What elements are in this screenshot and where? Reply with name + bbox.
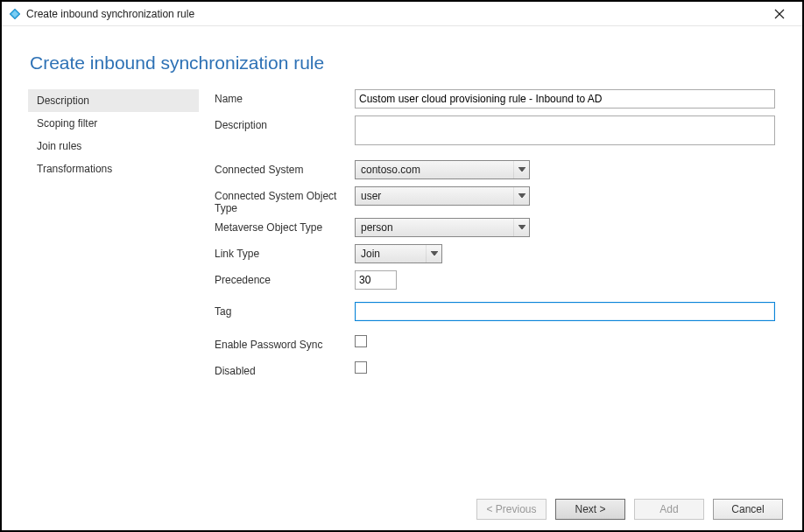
add-button[interactable]: Add	[634, 499, 704, 520]
cancel-button[interactable]: Cancel	[713, 499, 783, 520]
sidebar-item-transformations[interactable]: Transformations	[28, 158, 199, 180]
window-close-button[interactable]	[762, 3, 797, 25]
label-description: Description	[215, 116, 355, 131]
tag-input[interactable]	[355, 302, 775, 321]
label-enable-password-sync: Enable Password Sync	[215, 335, 355, 351]
next-button[interactable]: Next >	[555, 499, 625, 520]
label-tag: Tag	[215, 302, 355, 318]
name-input[interactable]	[355, 89, 775, 108]
content-area: Create inbound synchronization rule Desc…	[2, 26, 802, 488]
sidebar-item-description[interactable]: Description	[28, 89, 199, 112]
chevron-down-icon	[513, 161, 529, 178]
close-icon	[774, 9, 785, 19]
label-connected-system-object-type: Connected System Object Type	[215, 186, 355, 214]
label-metaverse-object-type: Metaverse Object Type	[215, 218, 355, 234]
sidebar-item-label: Join rules	[37, 140, 81, 152]
svg-marker-7	[431, 251, 438, 256]
precedence-input[interactable]	[355, 270, 397, 290]
connected-system-select[interactable]: contoso.com	[355, 160, 530, 179]
window-title: Create inbound synchronization rule	[26, 8, 194, 20]
app-icon	[9, 8, 21, 20]
sidebar-item-label: Scoping filter	[37, 117, 97, 130]
enable-password-sync-checkbox[interactable]	[355, 335, 367, 347]
svg-marker-5	[518, 193, 525, 198]
sidebar-item-label: Transformations	[37, 163, 112, 175]
label-disabled: Disabled	[215, 361, 355, 377]
sidebar-item-label: Description	[37, 94, 89, 107]
sidebar-item-scoping-filter[interactable]: Scoping filter	[28, 112, 199, 135]
link-type-value: Join	[361, 248, 426, 260]
sidebar-item-join-rules[interactable]: Join rules	[28, 135, 199, 158]
svg-marker-4	[518, 167, 525, 172]
svg-marker-6	[518, 225, 525, 229]
chevron-down-icon	[513, 219, 529, 236]
label-precedence: Precedence	[215, 270, 355, 286]
metaverse-object-type-select[interactable]: person	[355, 218, 530, 237]
connected-system-value: contoso.com	[361, 164, 513, 176]
connected-system-object-type-select[interactable]: user	[355, 186, 530, 206]
link-type-select[interactable]: Join	[355, 244, 442, 263]
wizard-footer: < Previous Next > Add Cancel	[2, 488, 802, 530]
previous-button[interactable]: < Previous	[476, 499, 547, 520]
chevron-down-icon	[426, 245, 441, 262]
form-area: Name Description Connected System contos…	[199, 89, 776, 388]
title-bar: Create inbound synchronization rule	[2, 2, 802, 26]
disabled-checkbox[interactable]	[355, 361, 367, 374]
description-input[interactable]	[355, 116, 775, 145]
metaverse-object-type-value: person	[361, 221, 513, 234]
label-connected-system: Connected System	[215, 160, 355, 176]
wizard-sidebar: Description Scoping filter Join rules Tr…	[28, 89, 199, 388]
page-title: Create inbound synchronization rule	[30, 52, 776, 74]
connected-system-object-type-value: user	[361, 190, 513, 202]
chevron-down-icon	[513, 187, 529, 205]
label-link-type: Link Type	[215, 244, 355, 260]
label-name: Name	[215, 89, 355, 105]
